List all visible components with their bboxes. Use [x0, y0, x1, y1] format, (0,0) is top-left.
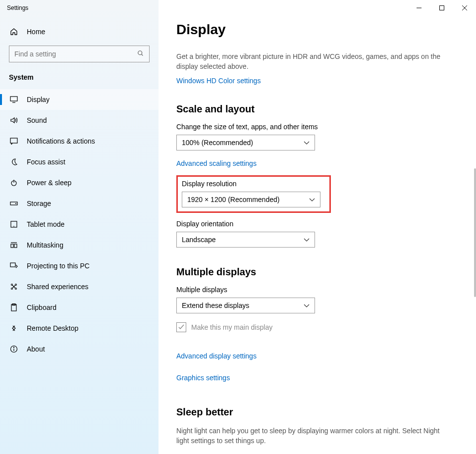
- sidebar-item-projecting[interactable]: Projecting to this PC: [0, 255, 159, 276]
- orientation-label: Display orientation: [176, 220, 458, 228]
- advanced-display-link[interactable]: Advanced display settings: [176, 352, 257, 360]
- svg-point-29: [13, 347, 14, 348]
- search-icon: [137, 50, 144, 58]
- app-title: Settings: [0, 4, 28, 11]
- titlebar: Settings: [0, 0, 476, 16]
- search-field[interactable]: [14, 50, 137, 58]
- resolution-value: 1920 × 1200 (Recommended): [187, 196, 279, 203]
- sidebar-item-remote[interactable]: Remote Desktop: [0, 318, 159, 339]
- home-label: Home: [27, 28, 45, 36]
- multitask-icon: [9, 242, 19, 249]
- moon-icon: [9, 158, 19, 166]
- main-display-checkbox: Make this my main display: [176, 322, 458, 332]
- svg-point-12: [16, 203, 16, 204]
- sidebar-item-label: Multitasking: [27, 241, 63, 249]
- svg-rect-8: [10, 138, 17, 143]
- chevron-down-icon: [304, 139, 310, 147]
- scrollbar-thumb[interactable]: [474, 168, 476, 297]
- clipboard-icon: [9, 303, 19, 311]
- sidebar-item-label: About: [27, 345, 45, 353]
- display-icon: [9, 96, 19, 103]
- sound-icon: [9, 117, 19, 124]
- sidebar-item-label: Focus assist: [27, 158, 65, 166]
- sidebar-item-power[interactable]: Power & sleep: [0, 172, 159, 193]
- sidebar-item-multitasking[interactable]: Multitasking: [0, 235, 159, 255]
- svg-rect-17: [14, 244, 17, 248]
- minimize-button[interactable]: [408, 0, 430, 16]
- storage-icon: [9, 201, 19, 206]
- sleep-heading: Sleep better: [176, 406, 458, 418]
- orientation-select[interactable]: Landscape: [176, 232, 315, 248]
- sidebar-item-about[interactable]: About: [0, 339, 159, 359]
- scale-heading: Scale and layout: [176, 103, 458, 115]
- resolution-label: Display resolution: [182, 180, 325, 188]
- multi-heading: Multiple displays: [176, 266, 458, 278]
- tablet-icon: [9, 221, 19, 228]
- text-size-select[interactable]: 100% (Recommended): [176, 135, 315, 151]
- multi-label: Multiple displays: [176, 286, 458, 294]
- sidebar-item-label: Shared experiences: [27, 283, 89, 291]
- orientation-value: Landscape: [182, 236, 216, 244]
- sidebar-item-sound[interactable]: Sound: [0, 110, 159, 131]
- resolution-highlight: Display resolution 1920 × 1200 (Recommen…: [176, 175, 331, 213]
- svg-line-5: [142, 54, 143, 55]
- graphics-link[interactable]: Graphics settings: [176, 374, 230, 382]
- sidebar-item-clipboard[interactable]: Clipboard: [0, 297, 159, 318]
- search-input[interactable]: [9, 46, 150, 62]
- hdr-intro-text: Get a brighter, more vibrant picture in …: [176, 51, 454, 72]
- category-label: System: [0, 69, 159, 89]
- main-content: Display Get a brighter, more vibrant pic…: [159, 0, 476, 454]
- sidebar-item-label: Tablet mode: [27, 220, 64, 228]
- project-icon: [9, 262, 19, 269]
- hdr-link[interactable]: Windows HD Color settings: [176, 77, 261, 85]
- resolution-select[interactable]: 1920 × 1200 (Recommended): [182, 192, 320, 207]
- sidebar-item-label: Power & sleep: [27, 179, 71, 187]
- shared-icon: [9, 283, 19, 291]
- sidebar-item-notifications[interactable]: Notifications & actions: [0, 131, 159, 151]
- chevron-down-icon: [304, 236, 310, 244]
- power-icon: [9, 179, 19, 187]
- page-title: Display: [176, 22, 458, 38]
- svg-rect-18: [10, 263, 15, 267]
- sidebar-item-label: Sound: [27, 116, 47, 124]
- sidebar-item-storage[interactable]: Storage: [0, 193, 159, 214]
- svg-rect-1: [440, 6, 444, 10]
- chevron-down-icon: [304, 302, 310, 309]
- nav-list: Display Sound Notifications & actions Fo…: [0, 89, 159, 359]
- sidebar-item-display[interactable]: Display: [0, 89, 159, 110]
- sidebar-item-label: Clipboard: [27, 303, 56, 311]
- sidebar: Home System Display Sound Notification: [0, 0, 159, 454]
- sidebar-item-focus-assist[interactable]: Focus assist: [0, 151, 159, 172]
- sidebar-item-tablet[interactable]: Tablet mode: [0, 214, 159, 235]
- svg-rect-16: [11, 244, 13, 248]
- sidebar-item-label: Storage: [27, 200, 51, 207]
- multi-select[interactable]: Extend these displays: [176, 298, 315, 313]
- svg-rect-6: [10, 97, 17, 101]
- sidebar-item-shared[interactable]: Shared experiences: [0, 276, 159, 297]
- home-button[interactable]: Home: [0, 22, 159, 42]
- sidebar-item-label: Display: [27, 96, 50, 103]
- sidebar-item-label: Projecting to this PC: [27, 262, 90, 270]
- text-size-value: 100% (Recommended): [182, 139, 253, 147]
- advanced-scaling-link[interactable]: Advanced scaling settings: [176, 159, 257, 167]
- chevron-down-icon: [309, 196, 315, 203]
- info-icon: [9, 345, 19, 353]
- checkbox-label: Make this my main display: [191, 323, 272, 331]
- sidebar-item-label: Notifications & actions: [27, 137, 95, 145]
- checkbox-icon: [176, 322, 186, 332]
- remote-icon: [9, 324, 19, 332]
- window-controls: [408, 0, 476, 16]
- sidebar-item-label: Remote Desktop: [27, 324, 78, 332]
- text-size-label: Change the size of text, apps, and other…: [176, 123, 458, 131]
- close-button[interactable]: [453, 0, 476, 16]
- home-icon: [9, 28, 19, 36]
- svg-point-4: [138, 50, 142, 54]
- multi-value: Extend these displays: [182, 302, 249, 309]
- sleep-text: Night light can help you get to sleep by…: [176, 426, 454, 446]
- notifications-icon: [9, 138, 19, 145]
- maximize-button[interactable]: [430, 0, 453, 16]
